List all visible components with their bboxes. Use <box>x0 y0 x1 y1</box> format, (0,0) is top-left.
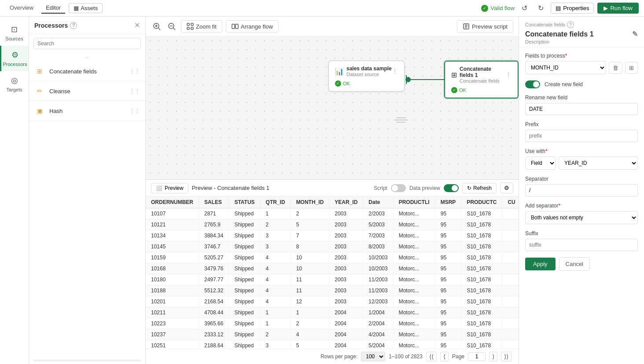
source-node-title: sales data sample <box>346 66 392 72</box>
zoom-fit-label: Zoom fit <box>196 23 217 30</box>
table-row: 101072871Shipped1220032/2003Motorc...95S… <box>146 208 519 219</box>
canvas-content[interactable]: 📊 sales data sample Dataset source ⋮ ✓ O… <box>146 36 519 179</box>
prefix-input[interactable] <box>525 130 638 142</box>
tab-overview[interactable]: Overview <box>5 3 38 14</box>
sources-label: Sources <box>5 36 23 41</box>
use-with-row: Field YEAR_ID <box>525 157 638 170</box>
preview-settings-button[interactable]: ⚙ <box>500 182 513 193</box>
processor-item-concatenate[interactable]: ⊞ Concatenate fields ⋮⋮ <box>29 62 145 81</box>
cleanse-label: Cleanse <box>49 88 70 95</box>
page-label: Page <box>452 353 464 360</box>
processor-list: ··· ⊞ Concatenate fields ⋮⋮ ✏ Cleanse ⋮⋮… <box>29 53 145 360</box>
fields-to-process-label: Fields to process* <box>525 53 638 59</box>
rename-new-field-input[interactable] <box>525 103 638 115</box>
source-ok-icon: ✓ <box>335 80 341 87</box>
concat-node-menu[interactable]: ⋮ <box>505 71 512 78</box>
cancel-button[interactable]: Cancel <box>559 257 590 271</box>
collapse-panel-button[interactable]: ✕ <box>134 21 140 29</box>
valid-flow-label: Valid flow <box>490 5 515 11</box>
prev-page-button[interactable]: ⟨ <box>440 352 449 361</box>
rows-per-page-label: Rows per page: <box>320 353 357 360</box>
edit-title-icon[interactable]: ✎ <box>632 30 638 38</box>
flow-svg <box>146 36 519 179</box>
last-page-button[interactable]: ⟩⟩ <box>501 352 512 361</box>
processor-search-input[interactable] <box>33 38 141 49</box>
zoom-in-button[interactable] <box>151 21 162 32</box>
processor-item-hash[interactable]: ▣ Hash ⋮⋮ <box>29 101 145 121</box>
table-row: 101595205.27Shipped410200310/2003Motorc.… <box>146 252 519 263</box>
table-column-productli: PRODUCTLI <box>393 197 435 208</box>
next-page-button[interactable]: ⟩ <box>489 352 497 361</box>
description-label: Description <box>525 39 638 44</box>
table-row: 101885512.32Shipped411200311/2003Motorc.… <box>146 285 519 296</box>
concat-node-icon: ⊞ <box>451 71 457 79</box>
zoom-fit-button[interactable]: Zoom fit <box>181 20 222 33</box>
arrange-flow-label: Arrange flow <box>241 23 273 30</box>
table-row: 101683479.76Shipped410200310/2003Motorc.… <box>146 263 519 274</box>
add-separator-select[interactable]: Both values not empty <box>525 211 638 224</box>
script-toggle[interactable] <box>391 184 406 192</box>
right-panel-body: Fields to process* MONTH_ID 🗑 ⊞ Create n… <box>519 47 644 276</box>
refresh-icon: ↻ <box>467 185 471 191</box>
table-body: 101072871Shipped1220032/2003Motorc...95S… <box>146 208 519 349</box>
svg-rect-8 <box>191 23 193 25</box>
use-with-value-select[interactable]: YEAR_ID <box>559 157 638 170</box>
breadcrumb: Concatenate fields ? <box>525 21 638 28</box>
processors-header: Processors ? ✕ <box>29 17 145 34</box>
redo-button[interactable]: ↻ <box>534 2 547 14</box>
data-preview-toggle[interactable] <box>444 184 459 192</box>
sidebar-item-processors[interactable]: ⚙ Processors <box>0 46 29 71</box>
svg-rect-9 <box>187 27 189 29</box>
create-new-field-toggle[interactable] <box>525 80 540 88</box>
delete-field-button[interactable]: 🗑 <box>609 62 622 74</box>
properties-label: Properties <box>563 5 589 11</box>
page-input[interactable] <box>468 352 486 361</box>
valid-flow-indicator: ✓ Valid flow <box>481 5 515 12</box>
separator-input[interactable] <box>525 184 638 197</box>
tab-editor[interactable]: Editor <box>41 3 65 14</box>
rows-per-page-select[interactable]: 1005025 <box>361 352 385 361</box>
add-field-button[interactable]: ⊞ <box>625 62 638 74</box>
fields-to-process-group: Fields to process* MONTH_ID 🗑 ⊞ <box>525 53 638 74</box>
hash-label: Hash <box>49 108 63 114</box>
preview-tab-button[interactable]: ⬜ Preview <box>151 183 188 193</box>
cleanse-drag-handle[interactable]: ⋮⋮ <box>129 88 140 94</box>
help-icon[interactable]: ? <box>567 21 574 28</box>
processor-item-cleanse[interactable]: ✏ Cleanse ⋮⋮ <box>29 81 145 101</box>
first-page-button[interactable]: ⟨⟨ <box>426 352 437 361</box>
sidebar-item-targets[interactable]: ◎ Targets <box>0 71 29 97</box>
properties-button[interactable]: ▤ Properties <box>551 3 594 14</box>
apply-button[interactable]: Apply <box>525 258 556 270</box>
processors-help-icon[interactable]: ? <box>70 22 77 29</box>
hash-drag-handle[interactable]: ⋮⋮ <box>129 108 140 114</box>
source-node-menu[interactable]: ⋮ <box>392 68 398 75</box>
sidebar-item-sources[interactable]: ⊡ Sources <box>0 20 29 46</box>
table-column-sales: SALES <box>199 197 229 208</box>
arrange-flow-button[interactable]: Arrange flow <box>226 20 279 33</box>
tab-assets[interactable]: ▦ Assets <box>69 3 103 13</box>
refresh-button[interactable]: ↻ Refresh <box>462 183 497 193</box>
zoom-out-button[interactable] <box>166 21 177 32</box>
flow-node-concat[interactable]: ⊞ Concatenate fields 1 Concatenate field… <box>444 61 519 98</box>
flow-node-source[interactable]: 📊 sales data sample Dataset source ⋮ ✓ O… <box>328 61 405 91</box>
fields-to-process-select[interactable]: MONTH_ID <box>525 61 606 74</box>
panel-resize-handle[interactable] <box>33 360 141 361</box>
table-row: 101453746.7Shipped3820038/2003Motorc...9… <box>146 241 519 252</box>
processors-title: Processors ? <box>34 22 77 29</box>
script-toggle-knob <box>392 185 398 191</box>
undo-button[interactable]: ↺ <box>518 2 531 14</box>
preview-script-button[interactable]: Preview script <box>457 20 513 33</box>
data-table: ORDERNUMBERSALESSTATUSQTR_IDMONTH_IDYEAR… <box>146 197 519 349</box>
table-row: 102114708.44Shipped1120041/2004Motorc...… <box>146 307 519 318</box>
concatenate-icon: ⊞ <box>34 66 45 76</box>
data-table-container[interactable]: ORDERNUMBERSALESSTATUSQTR_IDMONTH_IDYEAR… <box>146 197 519 349</box>
use-with-type-select[interactable]: Field <box>525 157 556 170</box>
suffix-label: Suffix <box>525 230 638 237</box>
add-separator-group: Add separator* Both values not empty <box>525 203 638 224</box>
concatenate-label: Concatenate fields <box>49 68 97 75</box>
svg-line-1 <box>158 28 160 30</box>
suffix-input[interactable] <box>525 239 638 251</box>
suffix-group: Suffix <box>525 230 638 251</box>
run-flow-button[interactable]: ▶ Run flow <box>597 3 639 14</box>
concatenate-drag-handle[interactable]: ⋮⋮ <box>129 68 140 74</box>
